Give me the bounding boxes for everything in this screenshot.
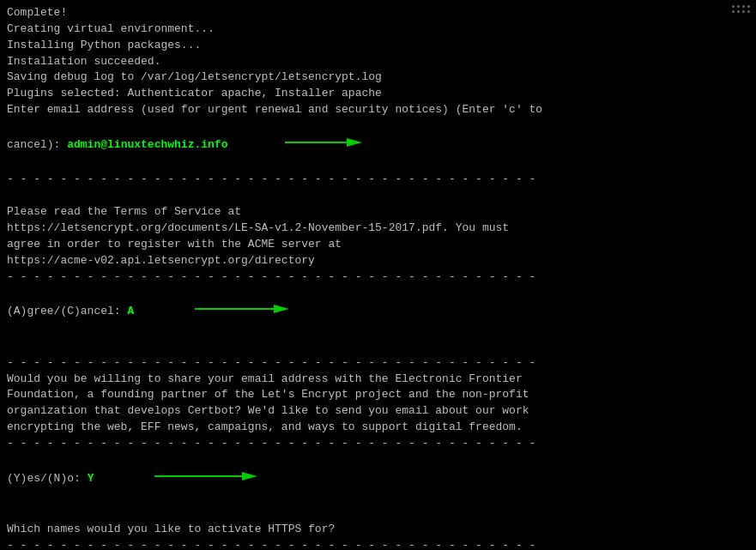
line-saving-log: Saving debug log to /var/log/letsencrypt…	[7, 70, 749, 86]
line-willing-3: organization that develops Certbot? We'd…	[7, 403, 749, 420]
terminal-content: Complete! Creating virtual environment..…	[7, 5, 749, 550]
yes-arrow-icon	[100, 452, 257, 506]
line-creating-venv: Creating virtual environment...	[7, 21, 749, 38]
line-tos-url: https://letsencrypt.org/documents/LE-SA-…	[7, 221, 749, 237]
yes-prefix: (Y)es/(N)o:	[7, 471, 88, 487]
line-enter-email-1: Enter email address (used for urgent ren…	[7, 102, 749, 118]
line-installation-succeeded: Installation succeeded.	[7, 54, 749, 70]
line-empty-2	[7, 339, 749, 355]
svg-marker-3	[274, 305, 289, 313]
line-agree-order: agree in order to register with the ACME…	[7, 237, 749, 253]
line-installing: Installing Python packages...	[7, 38, 749, 54]
line-willing-4: encrypting the web, EFF news, campaigns,…	[7, 420, 749, 436]
svg-marker-5	[242, 472, 257, 480]
email-value: admin@linuxtechwhiz.info	[67, 137, 227, 154]
arrow-icon	[231, 118, 361, 172]
line-dots-1: - - - - - - - - - - - - - - - - - - - - …	[7, 172, 749, 188]
svg-marker-1	[347, 138, 362, 147]
terminal-window: Complete! Creating virtual environment..…	[0, 0, 756, 550]
line-yes: (Y)es/(N)o: Y	[7, 452, 749, 506]
window-menu-dots[interactable]	[732, 5, 751, 14]
line-dots-3: - - - - - - - - - - - - - - - - - - - - …	[7, 355, 749, 372]
agree-arrow-icon	[141, 285, 288, 339]
line-empty-3	[7, 505, 749, 522]
line-dots-4: - - - - - - - - - - - - - - - - - - - - …	[7, 436, 749, 452]
line-enter-email-2: cancel): admin@linuxtechwhiz.info	[7, 118, 749, 172]
line-willing-2: Foundation, a founding partner of the Le…	[7, 387, 749, 403]
line-plugins: Plugins selected: Authenticator apache, …	[7, 86, 749, 102]
agree-prefix: (A)gree/(C)ancel:	[7, 304, 127, 320]
line-acme-url: https://acme-v02.api.letsencrypt.org/dir…	[7, 253, 749, 269]
line-please-read: Please read the Terms of Service at	[7, 204, 749, 221]
yes-value: Y	[88, 471, 94, 487]
line-empty-1	[7, 188, 749, 204]
line-willing-1: Would you be willing to share your email…	[7, 372, 749, 388]
line-complete: Complete!	[7, 5, 749, 21]
cancel-prefix: cancel):	[7, 137, 67, 154]
line-dots-2: - - - - - - - - - - - - - - - - - - - - …	[7, 269, 749, 286]
agree-value: A	[127, 304, 134, 320]
line-which-names: Which names would you like to activate H…	[7, 522, 749, 538]
line-agree: (A)gree/(C)ancel: A	[7, 285, 749, 339]
line-dots-5: - - - - - - - - - - - - - - - - - - - - …	[7, 538, 749, 550]
